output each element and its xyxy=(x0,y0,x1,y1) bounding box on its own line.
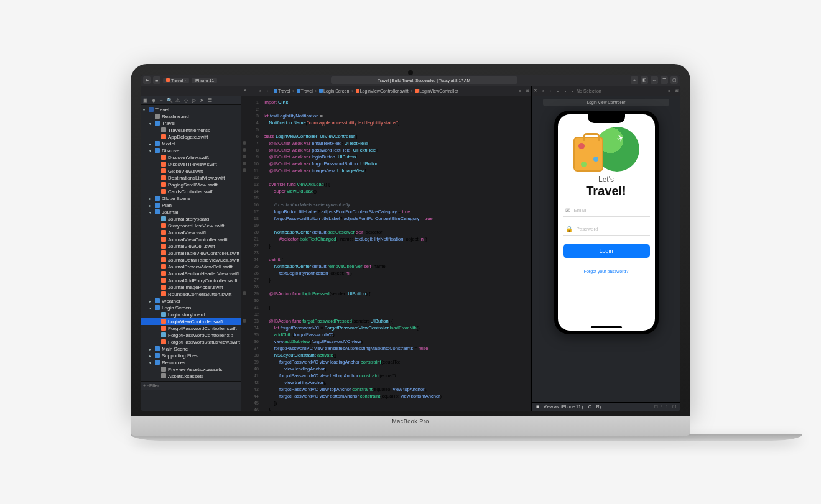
embed-button[interactable]: ▢ xyxy=(666,404,670,409)
folder-icon: ▪ xyxy=(554,87,562,94)
file-tree-row[interactable]: DiscoverTileView.swift xyxy=(141,161,241,168)
file-tree-row[interactable]: ▸Globe Scene xyxy=(141,195,241,202)
breadcrumb-item[interactable]: Travel xyxy=(274,89,290,93)
canvas-options-icon[interactable]: ≡ xyxy=(666,87,673,94)
file-tree-row[interactable]: ForgotPasswordController.xib xyxy=(141,332,241,339)
breadcrumb-item[interactable]: LoginViewController xyxy=(415,89,458,93)
navigator-filter[interactable]: + ⌕ Filter xyxy=(141,381,241,390)
editor-options-button[interactable]: ☰ xyxy=(661,76,668,84)
file-tree-row[interactable]: GlobeView.swift xyxy=(141,168,241,175)
align-button[interactable]: ▢ xyxy=(672,404,677,409)
file-tree-row[interactable]: ▾Travel xyxy=(141,120,241,127)
file-tree-row[interactable]: ForgotPasswordStatusView.swift xyxy=(141,339,241,346)
file-tree-row[interactable]: DiscoverView.swift xyxy=(141,154,241,161)
source-control-nav-icon[interactable]: ◆ xyxy=(150,97,157,104)
file-tree-row[interactable]: DestinationsListView.swift xyxy=(141,175,241,181)
breadcrumb[interactable]: Travel›Travel›Login Screen›LoginViewCont… xyxy=(271,89,461,93)
file-tree-row[interactable]: JournalPreviewViewCell.swift xyxy=(141,263,241,270)
suitcase-icon xyxy=(573,137,603,172)
file-tree-row[interactable]: ▾Discover xyxy=(141,147,241,154)
find-nav-icon[interactable]: 🔍 xyxy=(166,97,173,104)
file-tree-row[interactable]: Login.storyboard xyxy=(141,311,241,318)
canvas-back-icon[interactable]: ‹ xyxy=(539,87,547,94)
source-editor[interactable]: 1234567891011121314151617181920212223242… xyxy=(241,96,680,411)
project-nav-icon[interactable]: ▣ xyxy=(142,97,149,104)
view-as-label[interactable]: View as: iPhone 11 (... C ...R) xyxy=(544,405,601,409)
file-tree-row[interactable]: ▸Plan xyxy=(141,202,241,209)
add-editor-icon[interactable]: ⊞ xyxy=(524,87,531,94)
file-tree-row[interactable]: ▾Journal xyxy=(141,209,241,216)
file-tree-row[interactable]: JournalAddEntryController.swift xyxy=(141,277,241,284)
scheme-selector[interactable]: Travel › xyxy=(163,78,189,83)
file-tree-row[interactable]: JournalView.swift xyxy=(141,229,241,236)
file-tree-row[interactable]: Assets.xcassets xyxy=(141,373,241,380)
breadcrumb-item[interactable]: LoginViewController.swift xyxy=(356,89,409,93)
breadcrumb-item[interactable]: Login Screen xyxy=(319,89,349,93)
symbol-nav-icon[interactable]: ≡ xyxy=(158,97,165,104)
zoom-in-button[interactable]: + xyxy=(661,404,663,409)
destination-selector[interactable]: iPhone 11 xyxy=(192,78,218,83)
file-tree-row[interactable]: JournalViewCell.swift xyxy=(141,243,241,250)
file-tree-row[interactable]: Preview Assets.xcassets xyxy=(141,366,241,373)
library-button[interactable]: ◧ xyxy=(641,76,648,84)
file-tree-row[interactable]: JournalViewController.swift xyxy=(141,236,241,243)
debug-nav-icon[interactable]: ▷ xyxy=(190,97,197,104)
add-button[interactable]: + xyxy=(631,76,638,84)
file-tree-row[interactable]: ▸Supporting Files xyxy=(141,352,241,359)
file-tree-row[interactable]: ▾Resources xyxy=(141,359,241,366)
file-tree-row[interactable]: ▸Main Scene xyxy=(141,346,241,352)
file-tree-row[interactable]: CardsController.swift xyxy=(141,188,241,195)
report-nav-icon[interactable]: ☰ xyxy=(206,97,213,104)
macbook-label: MacBook Pro xyxy=(131,416,690,424)
xcode-toolbar: ▶ ■ Travel › iPhone 11 Travel | Build Tr… xyxy=(141,75,680,86)
canvas-forward-icon[interactable]: › xyxy=(547,87,554,94)
adjust-editor-icon[interactable]: ≡ xyxy=(516,87,524,94)
device-config-button[interactable]: ▣ xyxy=(536,404,540,409)
back-icon[interactable]: ‹ xyxy=(256,87,264,94)
run-button[interactable]: ▶ xyxy=(143,76,151,84)
file-tree-row[interactable]: Readme.md xyxy=(141,113,241,120)
breadcrumb-item[interactable]: Travel xyxy=(297,89,313,93)
issue-nav-icon[interactable]: ⚠ xyxy=(174,97,181,104)
review-button[interactable]: ↔ xyxy=(651,76,658,84)
file-tree-row[interactable]: ForgotPasswordController.swift xyxy=(141,325,241,332)
file-tree-row[interactable]: ▾Travel xyxy=(141,106,241,113)
forgot-password-link[interactable]: Forgot your password? xyxy=(584,269,629,273)
login-button[interactable]: Login xyxy=(563,244,650,258)
file-tree-row[interactable]: Journal.storyboard xyxy=(141,216,241,222)
file-tree-row[interactable]: JournalSectionHeaderView.swift xyxy=(141,270,241,277)
editor-tab-bar: ✕ ⋮ ‹ › Travel›Travel›Login Screen›Login… xyxy=(141,86,680,96)
related-items-icon[interactable]: ⋮ xyxy=(249,87,256,94)
project-navigator: ▣ ◆ ≡ 🔍 ⚠ ◇ ▷ ➤ ☰ ▾TravelReadme.md▾Trave… xyxy=(141,96,241,411)
canvas-footer: ▣ View as: iPhone 11 (... C ...R) − ◻ + … xyxy=(532,402,680,411)
zoom-actual-button[interactable]: ◻ xyxy=(654,404,658,409)
file-tree-row[interactable]: AppDelegate.swift xyxy=(141,134,241,140)
canvas-close-icon[interactable]: ✕ xyxy=(532,87,539,94)
folder-icon: ▪ xyxy=(562,87,569,94)
stop-button[interactable]: ■ xyxy=(153,76,160,84)
file-tree-row[interactable]: RoundedCornersButton.swift xyxy=(141,291,241,298)
inspectors-button[interactable]: ▢ xyxy=(670,76,678,84)
password-field[interactable]: 🔒Password xyxy=(563,223,650,236)
file-tree-row[interactable]: ▸Model xyxy=(141,140,241,147)
file-tree-row[interactable]: Travel.entitlements xyxy=(141,127,241,134)
email-field[interactable]: ✉Email xyxy=(563,204,650,217)
file-tree-row[interactable]: JournalTableViewController.swift xyxy=(141,250,241,257)
file-tree-row[interactable]: PagingScrollView.swift xyxy=(141,181,241,188)
file-tree-row[interactable]: StoryboardHostView.swift xyxy=(141,222,241,229)
no-selection-label: No Selection xyxy=(577,89,601,93)
canvas-add-icon[interactable]: ⊞ xyxy=(673,87,680,94)
file-tree-row[interactable]: JournalImagePicker.swift xyxy=(141,284,241,291)
lets-label: Let's xyxy=(586,175,626,184)
zoom-out-button[interactable]: − xyxy=(649,404,652,409)
plane-icon: ✈ xyxy=(615,132,626,144)
file-tree-row[interactable]: LoginViewController.swift xyxy=(141,318,241,325)
file-tree-row[interactable]: ▾Login Screen xyxy=(141,305,241,311)
lock-icon: 🔒 xyxy=(565,226,573,232)
breakpoint-nav-icon[interactable]: ➤ xyxy=(198,97,205,104)
close-tab-icon[interactable]: ✕ xyxy=(241,87,249,94)
test-nav-icon[interactable]: ◇ xyxy=(182,97,189,104)
file-tree-row[interactable]: JournalDetailTableViewCell.swift xyxy=(141,257,241,263)
forward-icon[interactable]: › xyxy=(264,87,271,94)
file-tree-row[interactable]: ▸Weather xyxy=(141,298,241,305)
